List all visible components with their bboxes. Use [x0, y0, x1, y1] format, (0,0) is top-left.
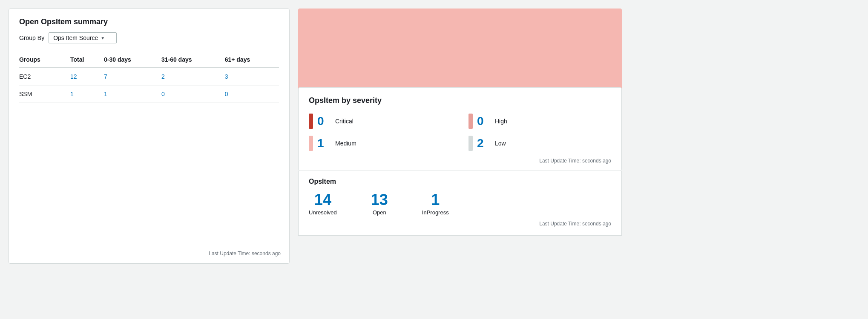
cell-0-30[interactable]: 7 [104, 68, 161, 85]
cell-61plus[interactable]: 0 [225, 85, 279, 103]
status-number-inprogress[interactable]: 1 [431, 192, 440, 208]
status-last-update: Last Update Time: seconds ago [309, 221, 611, 227]
group-by-dropdown[interactable]: Ops Item Source ▼ [49, 32, 117, 43]
severity-last-update: Last Update Time: seconds ago [309, 158, 611, 164]
col-header-0-30: 0-30 days [104, 53, 161, 68]
severity-card-title: OpsItem by severity [309, 96, 611, 105]
cell-31-60[interactable]: 0 [161, 85, 225, 103]
cell-0-30[interactable]: 1 [104, 85, 161, 103]
severity-count-high[interactable]: 0 [477, 114, 491, 128]
status-label-unresolved: Unresolved [309, 209, 337, 216]
status-item-inprogress: 1InProgress [422, 192, 449, 216]
status-number-open[interactable]: 13 [371, 192, 388, 208]
severity-bar-high [468, 114, 473, 129]
cell-group: EC2 [19, 68, 70, 85]
ops-status-title: OpsItem [309, 178, 611, 185]
status-number-unresolved[interactable]: 14 [314, 192, 331, 208]
severity-count-medium[interactable]: 1 [317, 137, 331, 150]
severity-label-low: Low [495, 140, 506, 147]
table-row: SSM1100 [19, 85, 279, 103]
group-by-row: Group By Ops Item Source ▼ [19, 32, 279, 43]
severity-bar-medium [309, 136, 313, 151]
severity-card: OpsItem by severity 0Critical0High1Mediu… [298, 87, 622, 171]
status-item-open: 13Open [371, 192, 388, 216]
col-header-total: Total [70, 53, 104, 68]
severity-item-high: 0High [468, 114, 611, 129]
right-wrapper: OpsItem by severity 0Critical0High1Mediu… [298, 9, 622, 236]
severity-count-critical[interactable]: 0 [317, 114, 331, 128]
pink-background-area [298, 9, 622, 91]
severity-bar-low [468, 136, 473, 151]
severity-count-low[interactable]: 2 [477, 137, 491, 150]
severity-label-high: High [495, 118, 507, 125]
main-container: Open OpsItem summary Group By Ops Item S… [0, 0, 868, 319]
status-label-open: Open [373, 209, 386, 216]
group-by-selected-value: Ops Item Source [53, 34, 98, 41]
cell-61plus[interactable]: 3 [225, 68, 279, 85]
summary-table: Groups Total 0-30 days 31-60 days 61+ da… [19, 53, 279, 103]
severity-item-critical: 0Critical [309, 114, 451, 129]
status-item-unresolved: 14Unresolved [309, 192, 337, 216]
open-opsitem-summary-card: Open OpsItem summary Group By Ops Item S… [9, 9, 290, 264]
col-header-61plus: 61+ days [225, 53, 279, 68]
severity-label-medium: Medium [335, 140, 356, 147]
severity-label-critical: Critical [335, 118, 354, 125]
severity-item-medium: 1Medium [309, 136, 451, 151]
status-numbers-row: 14Unresolved13Open1InProgress [309, 192, 611, 216]
left-card-last-update: Last Update Time: seconds ago [209, 251, 281, 256]
cell-31-60[interactable]: 2 [161, 68, 225, 85]
severity-item-low: 2Low [468, 136, 611, 151]
severity-bar-critical [309, 114, 313, 129]
cell-total[interactable]: 12 [70, 68, 104, 85]
group-by-label: Group By [19, 34, 44, 41]
severity-grid: 0Critical0High1Medium2Low [309, 114, 611, 151]
cell-total[interactable]: 1 [70, 85, 104, 103]
status-label-inprogress: InProgress [422, 209, 449, 216]
table-row: EC212723 [19, 68, 279, 85]
col-header-31-60: 31-60 days [161, 53, 225, 68]
summary-card-title: Open OpsItem summary [19, 17, 279, 26]
cell-group: SSM [19, 85, 70, 103]
col-header-groups: Groups [19, 53, 70, 68]
table-header-row: Groups Total 0-30 days 31-60 days 61+ da… [19, 53, 279, 68]
ops-status-area: OpsItem 14Unresolved13Open1InProgress La… [298, 171, 622, 236]
dropdown-arrow-icon: ▼ [101, 36, 105, 40]
